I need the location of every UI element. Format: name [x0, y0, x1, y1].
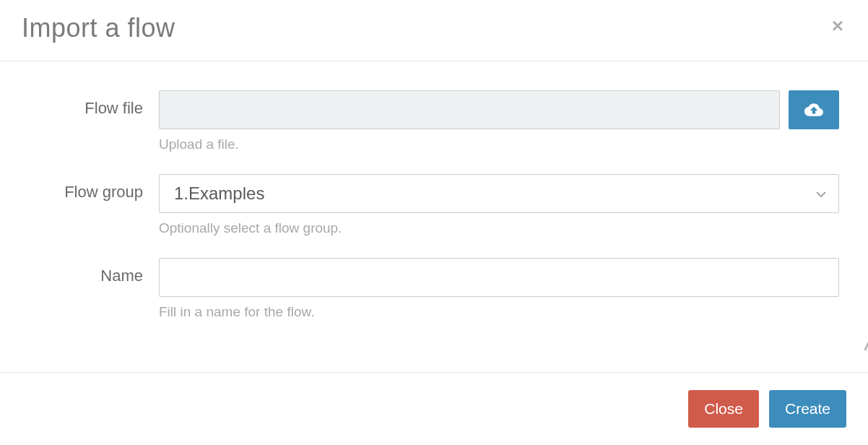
name-label: Name: [29, 258, 159, 285]
name-input[interactable]: [159, 258, 839, 297]
flow-file-row: Flow file Upload a file.: [29, 90, 839, 152]
import-flow-modal: Import a flow × Flow file Upload a file.…: [0, 0, 868, 445]
modal-body: Flow file Upload a file. Flow group: [0, 61, 868, 372]
close-icon[interactable]: ×: [829, 13, 846, 39]
flow-file-input-group: [159, 90, 839, 129]
create-button[interactable]: Create: [769, 390, 846, 428]
modal-title: Import a flow: [22, 13, 175, 43]
flow-file-input[interactable]: [159, 90, 780, 129]
name-row: Name Fill in a name for the flow.: [29, 258, 839, 320]
flow-group-control: 1.Examples Optionally select a flow grou…: [159, 174, 839, 236]
flow-group-select-wrapper: 1.Examples: [159, 174, 839, 213]
upload-button[interactable]: [789, 90, 839, 129]
flow-file-control: Upload a file.: [159, 90, 839, 152]
flow-group-help: Optionally select a flow group.: [159, 220, 839, 236]
modal-header: Import a flow ×: [0, 0, 868, 61]
flow-group-selected-value: 1.Examples: [174, 183, 264, 204]
flow-file-help: Upload a file.: [159, 137, 839, 152]
name-help: Fill in a name for the flow.: [159, 304, 839, 320]
flow-group-select[interactable]: 1.Examples: [159, 174, 839, 213]
flow-file-label: Flow file: [29, 90, 159, 118]
name-control: Fill in a name for the flow.: [159, 258, 839, 320]
close-button[interactable]: Close: [688, 390, 759, 428]
resize-handle-icon[interactable]: ///: [864, 341, 867, 353]
flow-group-row: Flow group 1.Examples Optionally select …: [29, 174, 839, 236]
modal-footer: Close Create: [0, 372, 868, 445]
cloud-upload-icon: [804, 103, 823, 117]
flow-group-label: Flow group: [29, 174, 159, 202]
